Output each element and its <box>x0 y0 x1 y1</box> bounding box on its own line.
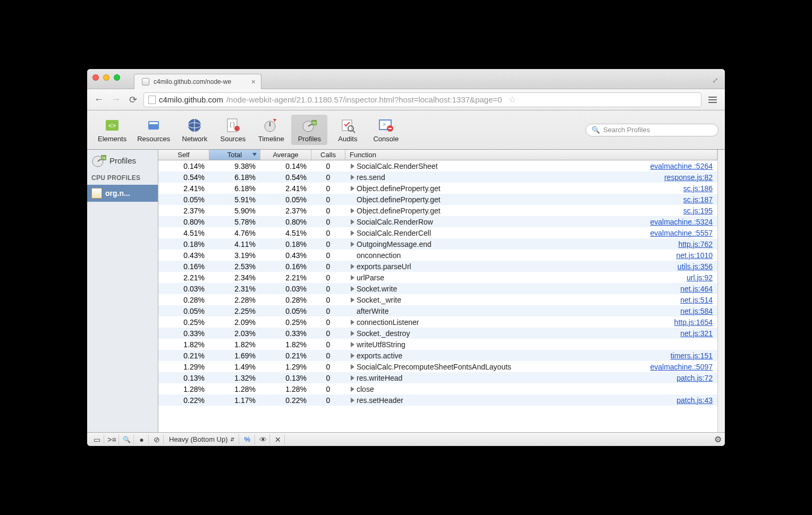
table-row[interactable]: 2.21%2.34%2.21%0urlParseurl.js:92 <box>158 272 717 283</box>
source-link[interactable]: response.js:82 <box>664 173 713 182</box>
expand-triangle-icon[interactable] <box>351 164 354 169</box>
table-row[interactable]: 0.18%4.11%0.18%0OutgoingMessage.endhttp.… <box>158 238 717 250</box>
source-link[interactable]: net.js:321 <box>680 329 713 338</box>
source-link[interactable]: utils.js:356 <box>678 262 713 271</box>
table-row[interactable]: 0.16%2.53%0.16%0exports.parseUrlutils.js… <box>158 261 717 272</box>
url-input[interactable]: c4milo.github.com/node-webkit-agent/21.0… <box>143 92 701 107</box>
browser-tab[interactable]: c4milo.github.com/node-we × <box>134 74 261 89</box>
table-row[interactable]: 0.14%9.38%0.14%0SocialCalc.RenderSheetev… <box>158 160 717 171</box>
exclude-button[interactable]: ✕ <box>271 434 285 445</box>
back-button[interactable]: ← <box>92 93 105 106</box>
tab-network[interactable]: Network <box>176 115 213 145</box>
search-button[interactable]: 🔍 <box>120 434 134 445</box>
expand-triangle-icon[interactable] <box>351 364 354 370</box>
expand-triangle-icon[interactable] <box>351 331 354 336</box>
percent-toggle-button[interactable]: % <box>240 434 256 445</box>
table-row[interactable]: 0.25%2.09%0.25%0connectionListenerhttp.j… <box>158 316 717 328</box>
col-total[interactable]: Total <box>209 150 260 160</box>
expand-triangle-icon[interactable] <box>351 320 354 325</box>
dock-button[interactable]: ▭ <box>90 434 104 445</box>
settings-gear-icon[interactable]: ⚙ <box>714 434 722 444</box>
window-minimize-button[interactable] <box>103 74 109 81</box>
clear-button[interactable]: ⊘ <box>150 434 164 445</box>
expand-triangle-icon[interactable] <box>351 297 354 303</box>
table-row[interactable]: 2.41%6.18%2.41%0Object.defineProperty.ge… <box>158 183 717 194</box>
expand-triangle-icon[interactable] <box>351 353 354 358</box>
table-row[interactable]: 0.54%6.18%0.54%0res.sendresponse.js:82 <box>158 171 717 183</box>
tab-audits[interactable]: Audits <box>329 115 366 145</box>
expand-triangle-icon[interactable] <box>351 275 354 280</box>
expand-triangle-icon[interactable] <box>351 230 354 236</box>
view-select[interactable]: Heavy (Bottom Up) ⇵ <box>165 434 239 445</box>
source-link[interactable]: evalmachine.:5324 <box>650 218 713 226</box>
focus-button[interactable]: 👁 <box>256 434 270 445</box>
source-link[interactable]: sc.js:187 <box>683 195 713 204</box>
browser-menu-button[interactable] <box>706 93 720 106</box>
source-link[interactable]: http.js:762 <box>678 240 713 248</box>
expand-triangle-icon[interactable] <box>351 342 354 347</box>
source-link[interactable]: evalmachine.:5264 <box>650 162 713 170</box>
source-link[interactable]: patch.js:72 <box>676 374 713 382</box>
tab-profiles[interactable]: % Profiles <box>291 115 327 145</box>
fullscreen-icon[interactable]: ⤢ <box>712 76 718 84</box>
table-row[interactable]: 0.13%1.32%0.13%0res.writeHeadpatch.js:72 <box>158 372 717 383</box>
source-link[interactable]: timers.js:151 <box>671 351 713 360</box>
expand-triangle-icon[interactable] <box>351 286 354 291</box>
table-row[interactable]: 2.37%5.90%2.37%0Object.defineProperty.ge… <box>158 205 717 216</box>
tab-console[interactable]: > Console <box>368 115 404 145</box>
record-button[interactable]: ● <box>135 434 149 445</box>
source-link[interactable]: net.js:584 <box>680 307 713 315</box>
source-link[interactable]: net.js:514 <box>680 296 713 304</box>
table-row[interactable]: 0.05%2.25%0.05%0afterWritenet.js:584 <box>158 305 717 316</box>
col-function[interactable]: Function <box>345 150 717 160</box>
expand-triangle-icon[interactable] <box>351 186 354 191</box>
table-row[interactable]: 0.21%1.69%0.21%0exports.activetimers.js:… <box>158 350 717 361</box>
source-link[interactable]: net.js:464 <box>680 285 713 293</box>
tab-resources[interactable]: Resources <box>133 115 174 145</box>
table-row[interactable]: 0.22%1.17%0.22%0res.setHeaderpatch.js:43 <box>158 394 717 406</box>
forward-button[interactable]: → <box>109 93 122 106</box>
source-link[interactable]: http.js:1654 <box>674 318 713 327</box>
source-link[interactable]: evalmachine.:5557 <box>650 229 713 237</box>
expand-triangle-icon[interactable] <box>351 175 354 180</box>
tab-sources[interactable]: { } Sources <box>215 115 251 145</box>
table-row[interactable]: 0.03%2.31%0.03%0Socket.writenet.js:464 <box>158 283 717 294</box>
tab-close-icon[interactable]: × <box>251 78 256 86</box>
vertical-scrollbar[interactable] <box>717 150 725 432</box>
sidebar-profile-item[interactable]: org.n... <box>87 185 158 202</box>
source-link[interactable]: sc.js:195 <box>683 207 713 215</box>
col-calls[interactable]: Calls <box>311 150 345 160</box>
window-close-button[interactable] <box>92 74 99 81</box>
expand-triangle-icon[interactable] <box>351 264 354 269</box>
table-row[interactable]: 0.28%2.28%0.28%0Socket._writenet.js:514 <box>158 294 717 305</box>
table-body[interactable]: 0.14%9.38%0.14%0SocialCalc.RenderSheetev… <box>158 160 717 432</box>
table-row[interactable]: 1.82%1.82%1.82%0writeUtf8String <box>158 339 717 350</box>
expand-triangle-icon[interactable] <box>351 375 354 381</box>
tab-timeline[interactable]: Timeline <box>253 115 289 145</box>
table-row[interactable]: 0.05%5.91%0.05%0Object.defineProperty.ge… <box>158 194 717 205</box>
col-average[interactable]: Average <box>260 150 311 160</box>
reload-button[interactable]: ⟳ <box>126 93 139 106</box>
table-row[interactable]: 0.43%3.19%0.43%0onconnectionnet.js:1010 <box>158 250 717 261</box>
table-row[interactable]: 0.80%5.78%0.80%0SocialCalc.RenderRoweval… <box>158 216 717 227</box>
table-row[interactable]: 0.33%2.03%0.33%0Socket._destroynet.js:32… <box>158 328 717 339</box>
source-link[interactable]: net.js:1010 <box>676 251 713 260</box>
window-maximize-button[interactable] <box>114 74 120 81</box>
console-toggle-button[interactable]: >≡ <box>105 434 119 445</box>
source-link[interactable]: url.js:92 <box>687 273 713 282</box>
col-self[interactable]: Self <box>158 150 209 160</box>
bookmark-star-icon[interactable]: ☆ <box>509 95 516 105</box>
source-link[interactable]: sc.js:186 <box>683 184 713 193</box>
expand-triangle-icon[interactable] <box>351 219 354 225</box>
table-row[interactable]: 1.28%1.28%1.28%0close <box>158 383 717 394</box>
source-link[interactable]: patch.js:43 <box>676 396 713 405</box>
table-row[interactable]: 4.51%4.76%4.51%0SocialCalc.RenderCelleva… <box>158 227 717 238</box>
tab-elements[interactable]: <> Elements <box>94 115 131 145</box>
expand-triangle-icon[interactable] <box>351 208 354 213</box>
table-row[interactable]: 1.29%1.49%1.29%0SocialCalc.PrecomputeShe… <box>158 361 717 372</box>
search-input[interactable]: 🔍 Search Profiles <box>586 124 718 136</box>
expand-triangle-icon[interactable] <box>351 398 354 403</box>
expand-triangle-icon[interactable] <box>351 387 354 392</box>
source-link[interactable]: evalmachine.:5097 <box>650 363 713 371</box>
expand-triangle-icon[interactable] <box>351 242 354 247</box>
